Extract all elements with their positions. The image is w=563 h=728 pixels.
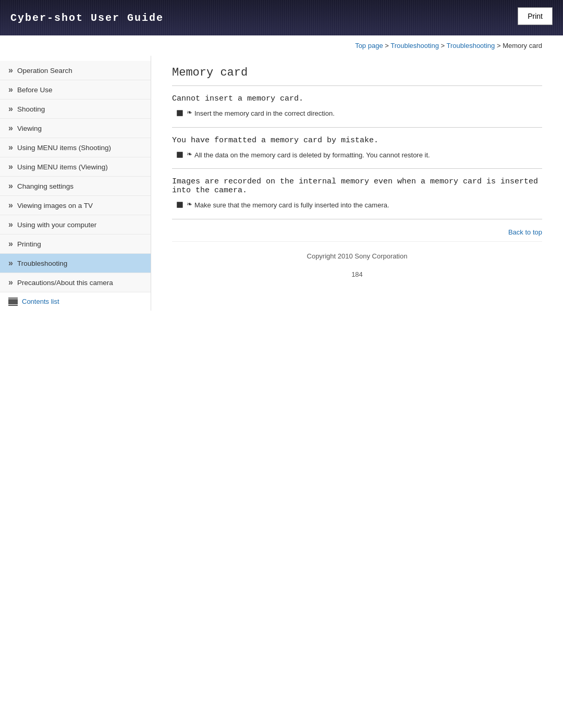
sidebar-label: Using with your computer xyxy=(17,221,96,229)
breadcrumb-troubleshooting1[interactable]: Troubleshooting xyxy=(390,42,439,50)
breadcrumb-memory-card: Memory card xyxy=(503,42,542,50)
sidebar-item-viewing[interactable]: » Viewing xyxy=(0,119,151,138)
back-to-top-link[interactable]: Back to top xyxy=(508,228,542,236)
sidebar-item-before-use[interactable]: » Before Use xyxy=(0,80,151,100)
sidebar: » Operation Search » Before Use » Shooti… xyxy=(0,56,151,311)
sidebar-item-using-menu-viewing[interactable]: » Using MENU items (Viewing) xyxy=(0,157,151,177)
sidebar-item-operation-search[interactable]: » Operation Search xyxy=(0,61,151,80)
section-1-title: Cannot insert a memory card. xyxy=(172,94,542,103)
section-1-text-1: Insert the memory card in the correct di… xyxy=(194,108,335,119)
section-2: You have formatted a memory card by mist… xyxy=(172,128,542,169)
sidebar-label: Troubleshooting xyxy=(17,260,67,267)
section-1: Cannot insert a memory card. ▦ ❧ Insert … xyxy=(172,86,542,128)
bullet-icon: » xyxy=(8,201,13,210)
bullet-icon: » xyxy=(8,104,13,114)
section-2-title: You have formatted a memory card by mist… xyxy=(172,136,542,145)
section-1-item-1: ▦ ❧ Insert the memory card in the correc… xyxy=(176,108,542,119)
contents-list-icon xyxy=(8,299,18,304)
bullet-icon: » xyxy=(8,278,13,287)
section-2-text-1: All the data on the memory card is delet… xyxy=(194,150,430,161)
bullet-icon: » xyxy=(8,181,13,191)
section-2-item-1: ▦ ❧ All the data on the memory card is d… xyxy=(176,150,542,161)
flag-mark: ❧ xyxy=(187,108,192,116)
sidebar-label: Changing settings xyxy=(17,182,74,190)
breadcrumb-sep2: > xyxy=(439,42,447,50)
back-to-top-container: Back to top xyxy=(172,219,542,236)
bullet-icon: » xyxy=(8,143,13,152)
sidebar-item-shooting[interactable]: » Shooting xyxy=(0,100,151,119)
flag-icon: ▦ xyxy=(176,200,183,208)
breadcrumb-sep3: > xyxy=(495,42,503,50)
contents-list-label[interactable]: Contents list xyxy=(22,298,59,305)
sidebar-label: Precautions/About this camera xyxy=(17,279,113,287)
sidebar-item-troubleshooting[interactable]: » Troubleshooting xyxy=(0,254,151,273)
flag-icon: ▦ xyxy=(176,150,183,158)
bullet-icon: » xyxy=(8,220,13,229)
sidebar-item-precautions[interactable]: » Precautions/About this camera xyxy=(0,273,151,292)
contents-list-link[interactable]: Contents list xyxy=(0,292,151,311)
page-layout: » Operation Search » Before Use » Shooti… xyxy=(0,56,563,311)
breadcrumb: Top page > Troubleshooting > Troubleshoo… xyxy=(0,35,563,56)
print-button[interactable]: Print xyxy=(518,7,553,25)
bullet-icon: » xyxy=(8,124,13,133)
site-title: Cyber-shot User Guide xyxy=(10,12,164,24)
bullet-icon: » xyxy=(8,162,13,171)
flag-icon: ▦ xyxy=(176,108,183,117)
flag-mark: ❧ xyxy=(187,200,192,208)
section-3-title: Images are recorded on the internal memo… xyxy=(172,177,542,195)
section-3-text-1: Make sure that the memory card is fully … xyxy=(194,200,389,211)
page-title: Memory card xyxy=(172,61,542,86)
breadcrumb-troubleshooting2[interactable]: Troubleshooting xyxy=(447,42,495,50)
header: Cyber-shot User Guide Print xyxy=(0,0,563,35)
breadcrumb-sep1: > xyxy=(383,42,391,50)
breadcrumb-top-page[interactable]: Top page xyxy=(355,42,383,50)
header-title-container: Cyber-shot User Guide xyxy=(0,0,174,35)
sidebar-label: Viewing images on a TV xyxy=(17,202,93,209)
bullet-icon: » xyxy=(8,239,13,249)
sidebar-item-viewing-tv[interactable]: » Viewing images on a TV xyxy=(0,196,151,215)
sidebar-label: Viewing xyxy=(17,125,42,132)
page-number: 184 xyxy=(172,265,542,283)
sidebar-label: Printing xyxy=(17,240,41,248)
sidebar-label: Shooting xyxy=(17,105,45,113)
copyright: Copyright 2010 Sony Corporation xyxy=(172,241,542,265)
bullet-icon: » xyxy=(8,85,13,94)
bullet-icon: » xyxy=(8,258,13,268)
bullet-icon: » xyxy=(8,66,13,75)
sidebar-label: Using MENU items (Viewing) xyxy=(17,163,108,171)
section-3: Images are recorded on the internal memo… xyxy=(172,169,542,219)
flag-mark: ❧ xyxy=(187,150,192,158)
sidebar-item-using-computer[interactable]: » Using with your computer xyxy=(0,215,151,235)
sidebar-item-using-menu-shooting[interactable]: » Using MENU items (Shooting) xyxy=(0,138,151,157)
main-content: Memory card Cannot insert a memory card.… xyxy=(151,56,563,294)
sidebar-label: Using MENU items (Shooting) xyxy=(17,144,111,152)
sidebar-label: Before Use xyxy=(17,86,53,94)
sidebar-item-changing-settings[interactable]: » Changing settings xyxy=(0,177,151,196)
section-3-item-1: ▦ ❧ Make sure that the memory card is fu… xyxy=(176,200,542,211)
sidebar-item-printing[interactable]: » Printing xyxy=(0,235,151,254)
sidebar-label: Operation Search xyxy=(17,67,72,75)
